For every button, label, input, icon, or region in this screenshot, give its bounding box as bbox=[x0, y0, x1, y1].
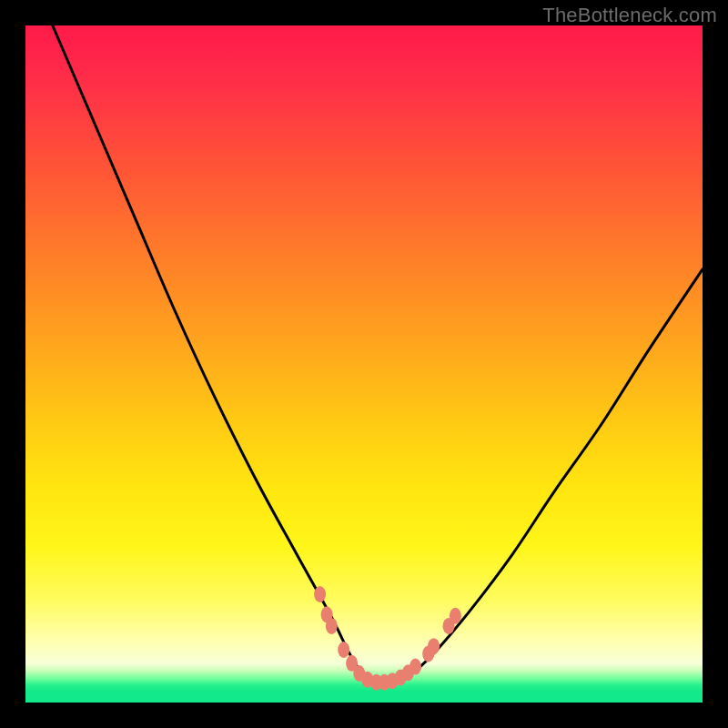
curve-svg bbox=[25, 25, 703, 703]
curve-marker bbox=[410, 659, 421, 675]
curve-marker bbox=[326, 618, 338, 634]
curve-marker bbox=[314, 586, 326, 602]
curve-marker bbox=[450, 608, 461, 624]
chart-frame: TheBottleneck.com bbox=[0, 0, 728, 728]
watermark-text: TheBottleneck.com bbox=[542, 4, 717, 27]
plot-area bbox=[25, 25, 703, 703]
curve-markers bbox=[314, 586, 461, 691]
bottleneck-curve bbox=[53, 25, 703, 682]
curve-marker bbox=[428, 638, 440, 654]
curve-marker bbox=[338, 642, 349, 658]
